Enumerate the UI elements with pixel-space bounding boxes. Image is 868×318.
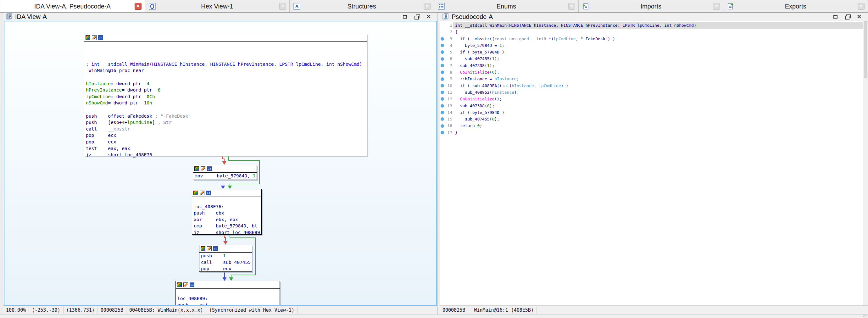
asm-line[interactable]: cmp byte_57984D, bl: [194, 223, 261, 229]
asm-line[interactable]: pop ecx: [86, 139, 367, 145]
asm-line[interactable]: [86, 106, 367, 113]
scrollbar-thumb[interactable]: [864, 21, 867, 78]
line-code[interactable]: int __stdcall WinMain(HINSTANCE hInstanc…: [453, 22, 863, 29]
asm-line[interactable]: jz short loc_408E89: [194, 229, 261, 236]
node-winmain-entry[interactable]: ; int __stdcall WinMain(HINSTANCE hInsta…: [84, 34, 367, 156]
asm-line[interactable]: ; int __stdcall WinMain(HINSTANCE hInsta…: [86, 61, 367, 68]
maximize-button[interactable]: [401, 13, 408, 20]
tab-close-icon[interactable]: ×: [568, 3, 575, 10]
node-color-palette-icon[interactable]: [193, 191, 198, 195]
asm-line[interactable]: loc_408E89:: [177, 295, 280, 302]
asm-line[interactable]: xor ebx, ebx: [194, 216, 261, 223]
node-color-palette-icon[interactable]: [86, 35, 90, 40]
line-code[interactable]: CoUninitialize();: [453, 96, 863, 102]
pseudocode-line-4[interactable]: 4 byte_57984D = 1;: [440, 42, 863, 49]
asm-line[interactable]: pop ecx: [201, 265, 252, 272]
tab-structures[interactable]: AStructures×: [290, 0, 434, 12]
asm-line[interactable]: jz short loc_408E76: [86, 152, 367, 158]
asm-line[interactable]: push [esp+4+lpCmdLine] ; Str: [86, 119, 367, 126]
asm-line[interactable]: [194, 197, 261, 203]
restore-button[interactable]: [413, 13, 421, 20]
tab-close-icon[interactable]: ×: [279, 3, 286, 10]
asm-line[interactable]: mov byte_57984D, 1: [195, 173, 257, 179]
pseudocode-line-2[interactable]: 2{: [440, 29, 863, 35]
asm-line[interactable]: [86, 48, 367, 55]
tab-enums[interactable]: Enums×: [434, 0, 579, 12]
pseudocode-line-17[interactable]: 17}: [440, 129, 863, 136]
group-node-icon[interactable]: [98, 35, 103, 40]
edit-node-icon[interactable]: [183, 282, 188, 287]
line-code[interactable]: if ( byte_57984D ): [453, 49, 863, 55]
pseudocode-line-1[interactable]: 1int __stdcall WinMain(HINSTANCE hInstan…: [440, 22, 863, 29]
asm-line[interactable]: push esi: [177, 301, 280, 306]
group-node-icon[interactable]: [206, 191, 211, 195]
asm-line[interactable]: pop ecx: [86, 132, 367, 139]
asm-line[interactable]: push ebx: [194, 210, 261, 216]
line-code[interactable]: if ( sub_4089FA((int)hInstance, lpCmdLin…: [453, 83, 863, 89]
tab-close-icon[interactable]: ×: [713, 3, 720, 10]
asm-line[interactable]: test eax, eax: [86, 145, 367, 152]
asm-line[interactable]: [86, 55, 367, 61]
maximize-button[interactable]: [832, 13, 839, 20]
line-code[interactable]: return 0;: [453, 122, 863, 129]
asm-line[interactable]: _WinMain@16 proc near: [86, 67, 367, 74]
line-code[interactable]: if ( _mbsstr((const unsigned __int8 *)lp…: [453, 36, 863, 42]
node-loc-408E89[interactable]: loc_408E89:push esi: [176, 281, 280, 306]
node-color-palette-icon[interactable]: [200, 246, 205, 251]
asm-line[interactable]: [86, 74, 367, 81]
resize-grip[interactable]: [863, 315, 867, 318]
group-node-icon[interactable]: [190, 282, 194, 287]
tab-close-icon[interactable]: ×: [424, 3, 431, 10]
asm-line[interactable]: lpCmdLine= dword ptr 0Ch: [86, 93, 367, 100]
tab-hex-view-1[interactable]: Hex View-1×: [145, 0, 290, 12]
line-code[interactable]: CoInitialize(0);: [453, 69, 863, 75]
tab-exports[interactable]: Exports×: [723, 0, 868, 12]
pseudocode-line-7[interactable]: 7 sub_4073D8(1);: [440, 62, 863, 69]
tab-close-icon[interactable]: ×: [858, 3, 865, 10]
pseudocode-line-13[interactable]: 13 sub_4073D8(0);: [440, 102, 863, 109]
node-loc-408E76[interactable]: loc_408E76:push ebxxor ebx, ebxcmp byte_…: [192, 189, 262, 235]
node-color-palette-icon[interactable]: [177, 282, 182, 287]
asm-line[interactable]: call __mbsstr: [86, 126, 367, 132]
asm-line[interactable]: hInstance= dword ptr 4: [86, 81, 367, 87]
line-code[interactable]: byte_57984D = 1;: [453, 42, 863, 49]
asm-line[interactable]: push offset aFakedesk ; "-FakeDesk": [86, 113, 367, 120]
pseudocode-line-5[interactable]: 5 if ( byte_57984D ): [440, 49, 863, 55]
asm-line[interactable]: push 1: [201, 253, 252, 259]
asm-line[interactable]: loc_408E76:: [194, 203, 261, 210]
group-node-icon[interactable]: [213, 246, 218, 251]
node-color-palette-icon[interactable]: [194, 166, 199, 171]
pseudocode-line-15[interactable]: 15 sub_407455(0);: [440, 116, 863, 122]
close-button[interactable]: ×: [856, 13, 863, 20]
line-code[interactable]: if ( byte_57984D ): [453, 109, 863, 116]
line-code[interactable]: sub_407455(0);: [453, 116, 863, 122]
pseudocode-line-16[interactable]: 16 return 0;: [440, 122, 863, 129]
line-code[interactable]: sub_407455(1);: [453, 55, 863, 62]
asm-line[interactable]: call sub_407455: [201, 259, 252, 266]
asm-line[interactable]: hPrevInstance= dword ptr 8: [86, 87, 367, 93]
asm-line[interactable]: [86, 41, 367, 48]
tab-imports[interactable]: Imports×: [579, 0, 723, 12]
tab-ida-view-a-pseudocode-a[interactable]: IDA View-A, Pseudocode-A×: [0, 0, 145, 12]
dock-handle-strip[interactable]: [0, 12, 3, 314]
group-node-icon[interactable]: [207, 166, 212, 171]
vertical-scrollbar[interactable]: [863, 21, 868, 306]
pseudocode-editor[interactable]: 1int __stdcall WinMain(HINSTANCE hInstan…: [440, 21, 868, 306]
pseudocode-line-11[interactable]: 11 sub_408952(hInstance);: [440, 89, 863, 96]
restore-button[interactable]: [843, 13, 851, 20]
node-call-sub407455[interactable]: push 1call sub_407455pop ecx: [199, 245, 252, 272]
line-code[interactable]: }: [453, 129, 863, 136]
close-button[interactable]: ×: [425, 13, 432, 20]
tab-close-icon[interactable]: ×: [134, 3, 142, 10]
pseudocode-line-6[interactable]: 6 sub_407455(1);: [440, 55, 863, 62]
asm-line[interactable]: [177, 289, 280, 295]
pseudocode-line-9[interactable]: 9 ::hInstance = hInstance;: [440, 75, 863, 82]
edit-node-icon[interactable]: [200, 166, 205, 171]
line-code[interactable]: {: [453, 29, 863, 35]
pseudocode-line-10[interactable]: 10 if ( sub_4089FA((int)hInstance, lpCmd…: [440, 83, 863, 89]
pseudocode-line-14[interactable]: 14 if ( byte_57984D ): [440, 109, 863, 116]
node-set-flag[interactable]: mov byte_57984D, 1: [193, 165, 257, 180]
line-code[interactable]: sub_4073D8(0);: [453, 102, 863, 109]
pseudocode-line-3[interactable]: 3 if ( _mbsstr((const unsigned __int8 *)…: [440, 36, 863, 42]
edit-node-icon[interactable]: [207, 246, 212, 251]
